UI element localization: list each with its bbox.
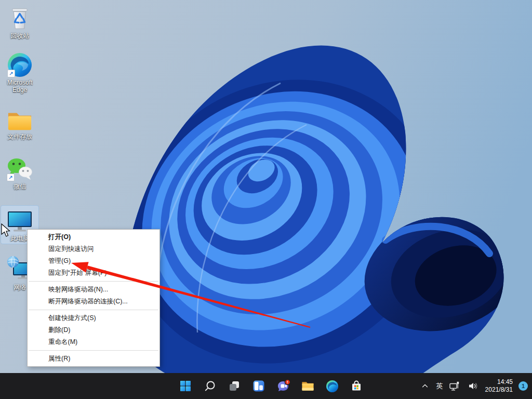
menu-item-disconnect-network-drive[interactable]: 断开网络驱动器的连接(C)... bbox=[28, 296, 159, 308]
store-icon bbox=[350, 380, 363, 392]
search-icon bbox=[204, 380, 216, 392]
task-view-icon bbox=[228, 380, 241, 392]
shortcut-arrow-icon: ↗ bbox=[7, 174, 15, 181]
chat-icon: ! bbox=[276, 379, 290, 393]
icon-label: 此电脑 bbox=[10, 235, 29, 242]
widgets-button[interactable] bbox=[250, 378, 267, 394]
search-button[interactable] bbox=[202, 378, 218, 394]
desktop-icon-microsoft-edge[interactable]: ↗ Microsoft Edge bbox=[1, 50, 38, 95]
desktop-icon-recycle-bin[interactable]: 回收站 bbox=[1, 3, 38, 41]
widgets-icon bbox=[252, 380, 265, 392]
menu-item-pin-to-quick-access[interactable]: 固定到快速访问 bbox=[28, 243, 159, 255]
tray-network-button[interactable] bbox=[449, 378, 461, 394]
folder-icon bbox=[7, 105, 33, 132]
icon-label: 网络 bbox=[14, 284, 26, 291]
chevron-up-icon bbox=[421, 382, 429, 390]
icon-label: 微信 bbox=[14, 183, 26, 190]
menu-separator bbox=[29, 310, 158, 310]
speaker-icon bbox=[468, 382, 478, 390]
file-explorer-button[interactable] bbox=[299, 378, 316, 394]
context-menu: 打开(O) 固定到快速访问 管理(G) 固定到“开始”屏幕(P) 映射网络驱动器… bbox=[27, 229, 160, 367]
menu-item-manage[interactable]: 管理(G) bbox=[28, 255, 159, 267]
edge-taskbar-button[interactable] bbox=[324, 378, 340, 394]
taskbar: ! bbox=[0, 373, 532, 399]
taskbar-tray: 英 14:45 2021/8/31 bbox=[419, 373, 528, 399]
icon-label: 回收站 bbox=[10, 32, 29, 39]
icon-label: Microsoft Edge bbox=[2, 79, 38, 94]
menu-item-create-shortcut[interactable]: 创建快捷方式(S) bbox=[28, 312, 159, 324]
desktop: 回收站 ↗ Microsoft Edge bbox=[0, 0, 532, 399]
start-button[interactable] bbox=[177, 378, 194, 394]
icon-label: 文件存放 bbox=[7, 133, 32, 140]
menu-item-delete[interactable]: 删除(D) bbox=[28, 324, 159, 336]
clock-date: 2021/8/31 bbox=[485, 386, 513, 394]
desktop-icon-wechat[interactable]: ↗ 微信 bbox=[1, 154, 38, 192]
edge-icon: ↗ bbox=[7, 51, 33, 78]
ethernet-network-icon bbox=[449, 381, 460, 391]
ime-indicator[interactable]: 英 bbox=[436, 381, 443, 391]
wechat-icon: ↗ bbox=[6, 155, 33, 182]
menu-item-map-network-drive[interactable]: 映射网络驱动器(N)... bbox=[28, 284, 159, 296]
menu-item-open[interactable]: 打开(O) bbox=[28, 231, 159, 243]
menu-item-pin-to-start[interactable]: 固定到“开始”屏幕(P) bbox=[28, 267, 159, 279]
menu-item-rename[interactable]: 重命名(M) bbox=[28, 336, 159, 348]
menu-separator bbox=[29, 350, 158, 351]
menu-separator bbox=[29, 281, 158, 282]
tray-clock[interactable]: 14:45 2021/8/31 bbox=[485, 378, 513, 394]
taskbar-center: ! bbox=[177, 373, 365, 399]
menu-item-properties[interactable]: 属性(R) bbox=[28, 353, 159, 365]
shortcut-arrow-icon: ↗ bbox=[7, 70, 15, 77]
file-explorer-icon bbox=[301, 380, 314, 392]
store-button[interactable] bbox=[348, 378, 365, 394]
desktop-icon-file-folder[interactable]: 文件存放 bbox=[1, 104, 38, 142]
recycle-bin-icon bbox=[8, 4, 32, 31]
tray-chevron-button[interactable] bbox=[419, 378, 431, 394]
notification-badge[interactable]: 1 bbox=[518, 381, 528, 391]
task-view-button[interactable] bbox=[226, 378, 243, 394]
clock-time: 14:45 bbox=[485, 378, 513, 386]
chat-badge: ! bbox=[287, 380, 288, 384]
windows-start-icon bbox=[179, 380, 192, 392]
chat-button[interactable]: ! bbox=[275, 378, 291, 394]
tray-volume-button[interactable] bbox=[467, 378, 480, 394]
edge-icon bbox=[326, 380, 339, 393]
